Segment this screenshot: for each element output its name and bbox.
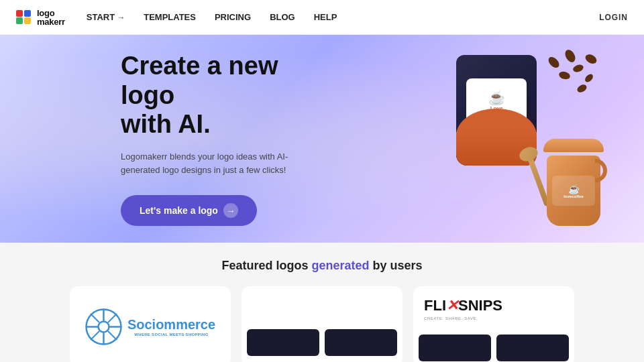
hero-illustration: ☕ Lovecoffee ☕ lovecoffee — [356, 35, 644, 243]
logo-card-sociommerce: Sociommerce WHERE SOCIAL MEETS SHOPPING — [70, 286, 231, 362]
hero-title: Create a new logo with AI. — [121, 52, 335, 139]
brand-name: logo makerr — [37, 9, 65, 26]
dark-block-3 — [419, 335, 491, 361]
flixsnips-logo: FLI✕SNIPS CREATE. SHARE. SAVE. — [424, 297, 502, 320]
nav-blog[interactable]: BLOG — [270, 12, 295, 22]
nav-help[interactable]: HELP — [314, 12, 337, 22]
sociommerce-icon — [85, 308, 122, 345]
flixsnips-tagline: CREATE. SHARE. SAVE. — [424, 316, 478, 320]
cta-arrow-icon: → — [223, 203, 238, 218]
cta-button[interactable]: Let's make a logo → — [121, 195, 257, 226]
logo-card-middle — [241, 286, 402, 362]
nav-links: START → TEMPLATES PRICING BLOG HELP — [87, 12, 599, 22]
login-button[interactable]: LOGIN — [599, 13, 628, 22]
svg-line-7 — [108, 331, 117, 340]
nav-pricing[interactable]: PRICING — [215, 12, 251, 22]
hero-content: Create a new logo with AI. Logomakerr bl… — [0, 52, 335, 226]
sociommerce-tagline: WHERE SOCIAL MEETS SHOPPING — [134, 333, 208, 337]
logo-icon — [16, 10, 31, 25]
nav-templates[interactable]: TEMPLATES — [144, 12, 196, 22]
hero-subtitle: Logomakerr blends your logo ideas with A… — [121, 150, 309, 176]
brand-logo[interactable]: logo makerr — [16, 9, 65, 26]
sociommerce-logo: Sociommerce WHERE SOCIAL MEETS SHOPPING — [85, 308, 215, 345]
coffee-beans-illustration — [537, 48, 604, 102]
cta-label: Let's make a logo — [140, 205, 218, 216]
brand-name-line1: logo — [37, 9, 65, 17]
flixsnips-name: FLI✕SNIPS — [424, 297, 502, 314]
navbar: logo makerr START → TEMPLATES PRICING BL… — [0, 0, 644, 35]
svg-line-9 — [91, 331, 99, 340]
dark-block-2 — [325, 329, 397, 356]
sociommerce-name: Sociommerce — [127, 317, 215, 333]
brand-name-line2: makerr — [37, 17, 65, 26]
nav-start[interactable]: START → — [87, 12, 125, 22]
coffee-cup-illustration: ☕ lovecoffee — [540, 139, 607, 226]
svg-line-6 — [91, 314, 99, 322]
featured-section: Featured logos generated by users — [0, 243, 644, 362]
dark-block-1 — [247, 329, 319, 356]
dark-block-4 — [496, 335, 569, 361]
hero-section: Create a new logo with AI. Logomakerr bl… — [0, 35, 644, 243]
start-arrow-icon: → — [117, 13, 125, 21]
featured-title: Featured logos generated by users — [0, 259, 644, 273]
logo-grid: Sociommerce WHERE SOCIAL MEETS SHOPPING … — [0, 286, 644, 362]
logo-card-flixsnips: FLI✕SNIPS CREATE. SHARE. SAVE. — [413, 286, 574, 362]
svg-point-1 — [98, 321, 109, 332]
svg-line-8 — [108, 314, 117, 322]
